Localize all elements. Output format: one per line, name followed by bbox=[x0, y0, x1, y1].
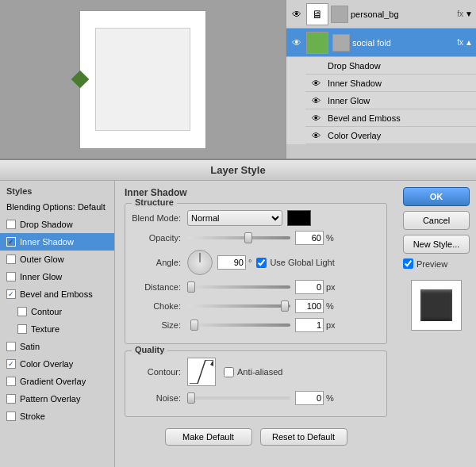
angle-dial[interactable] bbox=[187, 250, 213, 275]
checkbox-gradient-overlay[interactable] bbox=[6, 377, 16, 386]
choke-slider[interactable] bbox=[187, 304, 290, 308]
checkbox-satin[interactable] bbox=[6, 342, 16, 351]
style-item-texture[interactable]: Texture bbox=[0, 320, 114, 338]
reset-to-default-button[interactable]: Reset to Default bbox=[260, 428, 347, 446]
layer-row-social-fold[interactable]: 👁 social fold fx ▲ bbox=[286, 29, 476, 57]
distance-thumb[interactable] bbox=[187, 281, 195, 293]
checkbox-color-overlay[interactable] bbox=[6, 359, 16, 369]
blend-mode-select[interactable]: Normal Multiply Screen bbox=[187, 210, 282, 226]
distance-slider[interactable] bbox=[187, 285, 290, 289]
layer-thumb-social-fold bbox=[306, 32, 328, 54]
blend-color-swatch[interactable] bbox=[287, 210, 311, 226]
noise-input[interactable] bbox=[295, 391, 324, 405]
checkbox-texture[interactable] bbox=[17, 324, 27, 334]
noise-slider[interactable] bbox=[187, 396, 290, 400]
style-label-pattern-overlay: Pattern Overlay bbox=[20, 394, 80, 404]
style-label-inner-shadow: Inner Shadow bbox=[20, 237, 74, 247]
effect-drop-shadow[interactable]: Drop Shadow bbox=[305, 57, 476, 75]
blending-options-item[interactable]: Blending Options: Default bbox=[0, 198, 114, 216]
make-default-button[interactable]: Make Default bbox=[165, 428, 252, 446]
effect-inner-shadow[interactable]: 👁 Inner Shadow bbox=[305, 75, 476, 92]
effect-eye-inner-shadow[interactable]: 👁 bbox=[312, 78, 324, 88]
style-item-pattern-overlay[interactable]: Pattern Overlay bbox=[0, 390, 114, 408]
distance-input[interactable] bbox=[295, 280, 324, 294]
new-style-button[interactable]: New Style... bbox=[403, 235, 470, 254]
preview-label[interactable]: Preview bbox=[403, 258, 470, 269]
size-label: Size: bbox=[132, 320, 187, 330]
style-item-outer-glow[interactable]: Outer Glow bbox=[0, 251, 114, 268]
use-global-light-label[interactable]: Use Global Light bbox=[256, 258, 334, 268]
effect-eye-color-overlay[interactable]: 👁 bbox=[312, 131, 324, 140]
opacity-thumb[interactable] bbox=[244, 232, 252, 243]
opacity-input[interactable] bbox=[295, 231, 324, 245]
checkbox-contour[interactable] bbox=[17, 307, 27, 316]
visibility-icon-social-fold[interactable]: 👁 bbox=[290, 36, 304, 50]
effects-list: Drop Shadow 👁 Inner Shadow 👁 Inner Glow … bbox=[286, 57, 476, 144]
opacity-slider[interactable] bbox=[187, 236, 290, 239]
checkbox-drop-shadow[interactable] bbox=[6, 220, 16, 229]
inner-shadow-title: Inner Shadow bbox=[125, 187, 387, 198]
layer-mask-social-fold bbox=[332, 34, 350, 52]
style-item-contour[interactable]: Contour bbox=[0, 303, 114, 320]
effect-eye-inner-glow[interactable]: 👁 bbox=[312, 96, 324, 105]
choke-input[interactable] bbox=[295, 299, 324, 313]
layer-row-personal-bg[interactable]: 👁 🖥 personal_bg fx ▼ bbox=[286, 0, 476, 29]
contour-row: Contour: Anti-aliased bbox=[132, 358, 380, 386]
noise-unit: % bbox=[326, 393, 334, 403]
cancel-button[interactable]: Cancel bbox=[403, 211, 470, 230]
style-item-bevel-emboss[interactable]: Bevel and Emboss bbox=[0, 285, 114, 303]
checkbox-bevel-emboss[interactable] bbox=[6, 289, 16, 299]
preview-text: Preview bbox=[416, 259, 447, 269]
effect-inner-glow[interactable]: 👁 Inner Glow bbox=[305, 92, 476, 109]
effect-name-bevel-emboss: Bevel and Emboss bbox=[328, 113, 401, 123]
angle-row: Angle: ° Use Global Light bbox=[132, 250, 380, 275]
style-label-texture: Texture bbox=[31, 324, 60, 334]
top-panel: 👁 🖥 personal_bg fx ▼ 👁 social fold fx ▲ … bbox=[0, 0, 476, 159]
preview-area bbox=[403, 280, 470, 331]
style-item-gradient-overlay[interactable]: Gradient Overlay bbox=[0, 373, 114, 390]
effect-color-overlay[interactable]: 👁 Color Overlay bbox=[305, 127, 476, 144]
checkbox-stroke[interactable] bbox=[6, 411, 16, 421]
anti-aliased-checkbox[interactable] bbox=[224, 367, 234, 377]
size-input[interactable] bbox=[295, 318, 324, 332]
effect-name-drop-shadow: Drop Shadow bbox=[328, 61, 381, 71]
size-thumb[interactable] bbox=[190, 320, 198, 331]
opacity-label: Opacity: bbox=[132, 233, 187, 243]
angle-input[interactable] bbox=[217, 255, 246, 270]
style-item-drop-shadow[interactable]: Drop Shadow bbox=[0, 216, 114, 233]
expand-arrow-personal-bg[interactable]: ▼ bbox=[465, 10, 473, 18]
ok-button[interactable]: OK bbox=[403, 187, 470, 206]
size-slider[interactable] bbox=[187, 323, 290, 327]
canvas-white bbox=[79, 10, 206, 149]
checkbox-pattern-overlay[interactable] bbox=[6, 394, 16, 404]
use-global-light-checkbox[interactable] bbox=[256, 258, 267, 268]
effect-eye-bevel-emboss[interactable]: 👁 bbox=[312, 113, 324, 123]
opacity-row: Opacity: % bbox=[132, 231, 380, 245]
preview-checkbox[interactable] bbox=[403, 258, 413, 269]
choke-thumb[interactable] bbox=[281, 300, 289, 312]
expand-arrow-social-fold[interactable]: ▲ bbox=[465, 38, 473, 47]
style-item-color-overlay[interactable]: Color Overlay bbox=[0, 355, 114, 373]
preview-inner bbox=[420, 289, 452, 321]
visibility-icon-personal-bg[interactable]: 👁 bbox=[290, 7, 304, 21]
style-item-stroke[interactable]: Stroke bbox=[0, 408, 114, 425]
contour-label: Contour: bbox=[132, 367, 187, 377]
style-label-drop-shadow: Drop Shadow bbox=[20, 220, 73, 229]
effect-name-inner-shadow: Inner Shadow bbox=[328, 78, 382, 88]
style-item-satin[interactable]: Satin bbox=[0, 338, 114, 355]
size-row: Size: px bbox=[132, 318, 380, 332]
preview-box bbox=[411, 280, 462, 331]
noise-row: Noise: % bbox=[132, 391, 380, 405]
style-item-inner-glow[interactable]: Inner Glow bbox=[0, 268, 114, 285]
distance-label: Distance: bbox=[132, 282, 187, 292]
noise-thumb[interactable] bbox=[187, 392, 195, 404]
anti-aliased-label[interactable]: Anti-aliased bbox=[224, 367, 282, 377]
checkbox-inner-shadow[interactable] bbox=[6, 237, 16, 247]
contour-picker[interactable] bbox=[187, 358, 216, 386]
style-item-inner-shadow[interactable]: Inner Shadow bbox=[0, 233, 114, 251]
checkbox-outer-glow[interactable] bbox=[6, 255, 16, 264]
right-buttons-panel: OK Cancel New Style... Preview bbox=[397, 181, 476, 467]
effect-bevel-emboss[interactable]: 👁 Bevel and Emboss bbox=[305, 109, 476, 127]
checkbox-inner-glow[interactable] bbox=[6, 272, 16, 281]
distance-unit: px bbox=[326, 282, 336, 292]
